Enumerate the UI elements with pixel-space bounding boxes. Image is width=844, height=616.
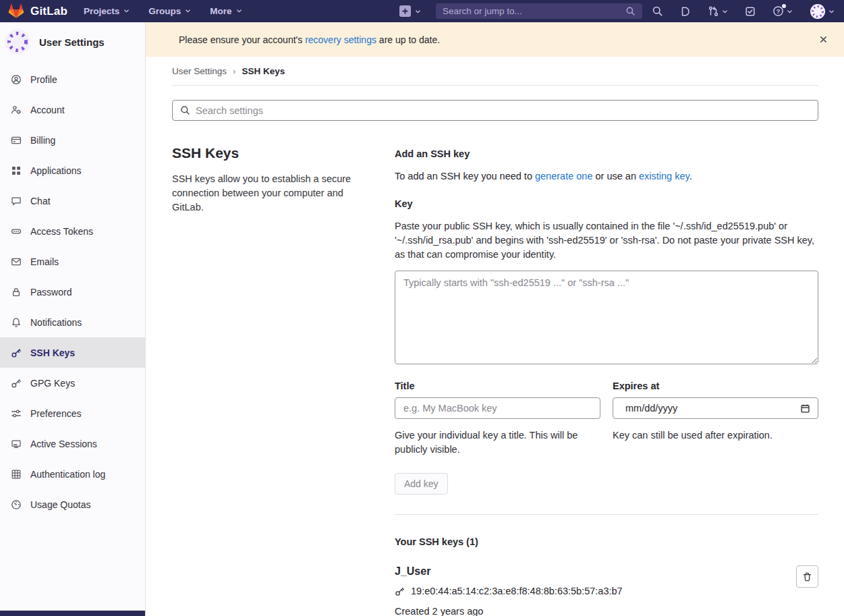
delete-key-button[interactable] xyxy=(796,565,818,588)
chevron-down-icon xyxy=(722,6,728,17)
recovery-settings-link[interactable]: recovery settings xyxy=(305,34,376,45)
primary-nav: Projects Groups More xyxy=(84,6,242,16)
issues-button[interactable] xyxy=(680,6,691,17)
global-search[interactable] xyxy=(436,3,642,19)
avatar xyxy=(5,29,30,55)
nav-projects[interactable]: Projects xyxy=(84,6,130,16)
ssh-key-name: J_User xyxy=(395,565,796,578)
generate-one-link[interactable]: generate one xyxy=(535,171,592,181)
todos-button[interactable] xyxy=(745,6,756,17)
main-content: User Settings › SSH Keys SSH Keys SSH ke… xyxy=(146,57,844,616)
title-field-help: Give your individual key a title. This w… xyxy=(395,428,600,457)
close-icon xyxy=(819,35,828,44)
password-icon xyxy=(11,287,22,298)
ssh-key-list-item: J_User 19:e0:44:a5:14:c2:3a:e8:f8:48:8b:… xyxy=(395,565,818,616)
search-button[interactable] xyxy=(652,5,663,17)
sidebar-item-password[interactable]: Password xyxy=(0,277,145,307)
user-menu-button[interactable] xyxy=(810,3,835,20)
chevron-down-icon xyxy=(787,6,793,17)
expires-field-label: Expires at xyxy=(613,381,818,391)
sidebar-item-gpg-keys[interactable]: GPG Keys xyxy=(0,368,145,398)
key-icon xyxy=(395,586,405,596)
page-title: SSH Keys xyxy=(172,145,374,161)
access-tokens-icon xyxy=(11,226,22,237)
sidebar-item-notifications[interactable]: Notifications xyxy=(0,307,145,337)
add-ssh-key-intro: To add an SSH key you need to generate o… xyxy=(395,169,818,183)
ssh-key-fingerprint: 19:e0:44:a5:14:c2:3a:e8:f8:48:8b:63:5b:5… xyxy=(411,586,623,596)
sidebar-bottom-bar xyxy=(0,611,145,616)
gpg-keys-icon xyxy=(11,378,22,389)
global-search-input[interactable] xyxy=(443,6,625,16)
ssh-key-created: Created 2 years ago xyxy=(395,606,796,616)
notifications-icon xyxy=(11,317,22,328)
sidebar-item-active-sessions[interactable]: Active Sessions xyxy=(0,428,145,459)
usage-quotas-icon xyxy=(11,499,22,510)
help-button[interactable]: ? xyxy=(772,5,793,17)
sidebar-item-applications[interactable]: Applications xyxy=(0,155,145,186)
account-icon xyxy=(11,105,22,115)
todos-icon xyxy=(745,6,756,17)
sidebar-item-billing[interactable]: Billing xyxy=(0,125,145,155)
sidebar-item-preferences[interactable]: Preferences xyxy=(0,398,145,428)
navbar-icon-group: ? xyxy=(652,3,835,20)
title-field-label: Title xyxy=(395,381,600,391)
existing-key-link[interactable]: existing key xyxy=(639,171,690,181)
authentication-log-icon xyxy=(11,469,22,480)
settings-sidebar: User Settings Profile Account Billing Ap… xyxy=(0,22,146,616)
sidebar-item-ssh-keys[interactable]: SSH Keys xyxy=(0,337,145,368)
sidebar-item-account[interactable]: Account xyxy=(0,94,145,125)
ssh-key-textarea[interactable] xyxy=(395,271,818,364)
sidebar-item-emails[interactable]: Emails xyxy=(0,246,145,277)
chevron-down-icon xyxy=(123,6,130,16)
active-sessions-icon xyxy=(11,439,22,449)
expires-at-input[interactable]: mm/dd/yyyy xyxy=(613,397,818,419)
chevron-down-icon xyxy=(828,6,835,17)
recovery-settings-alert: Please ensure your account's recovery se… xyxy=(146,22,844,57)
chevron-down-icon xyxy=(236,6,242,16)
merge-requests-button[interactable] xyxy=(708,5,728,17)
add-ssh-key-heading: Add an SSH key xyxy=(395,148,818,159)
search-icon xyxy=(652,5,663,17)
calendar-icon[interactable] xyxy=(800,403,810,414)
settings-search-input[interactable] xyxy=(196,105,810,116)
settings-search[interactable] xyxy=(172,100,818,121)
trash-icon xyxy=(802,571,812,582)
nav-groups[interactable]: Groups xyxy=(148,6,191,16)
search-icon xyxy=(625,6,636,16)
chat-icon xyxy=(11,196,22,206)
breadcrumb: User Settings › SSH Keys xyxy=(172,57,818,86)
plus-icon xyxy=(399,5,411,17)
new-menu-button[interactable] xyxy=(399,5,421,17)
breadcrumb-separator-icon: › xyxy=(233,66,235,76)
applications-icon xyxy=(11,165,22,176)
key-field-help: Paste your public SSH key, which is usua… xyxy=(395,219,818,262)
alert-text-before: Please ensure your account's xyxy=(179,34,302,45)
key-title-input[interactable] xyxy=(395,397,600,419)
sidebar-item-authentication-log[interactable]: Authentication log xyxy=(0,459,145,489)
preferences-icon xyxy=(11,408,22,419)
alert-close-button[interactable] xyxy=(813,30,833,50)
gitlab-home-link[interactable]: GitLab xyxy=(8,3,67,19)
page-description: SSH keys allow you to establish a secure… xyxy=(172,172,374,215)
sidebar-item-usage-quotas[interactable]: Usage Quotas xyxy=(0,489,145,520)
merge-request-icon xyxy=(708,5,719,17)
section-divider xyxy=(395,514,818,515)
nav-more[interactable]: More xyxy=(210,6,242,16)
search-icon xyxy=(180,105,190,115)
emails-icon xyxy=(11,256,22,267)
sidebar-item-access-tokens[interactable]: Access Tokens xyxy=(0,216,145,246)
sidebar-nav: Profile Account Billing Applications Cha… xyxy=(0,64,145,520)
profile-icon xyxy=(11,74,22,85)
add-key-button[interactable]: Add key xyxy=(395,473,448,495)
ssh-keys-summary: SSH Keys SSH keys allow you to establish… xyxy=(172,138,374,616)
key-field-label: Key xyxy=(395,198,818,209)
chevron-down-icon xyxy=(185,6,191,16)
sidebar-item-chat[interactable]: Chat xyxy=(0,186,145,216)
alert-text-after: are up to date. xyxy=(379,34,440,45)
gitlab-tanuki-logo-icon xyxy=(8,3,24,19)
top-navbar: GitLab Projects Groups More xyxy=(0,0,844,22)
breadcrumb-user-settings[interactable]: User Settings xyxy=(172,66,227,76)
svg-text:?: ? xyxy=(777,8,781,15)
sidebar-item-profile[interactable]: Profile xyxy=(0,64,145,94)
chevron-down-icon xyxy=(415,6,421,17)
